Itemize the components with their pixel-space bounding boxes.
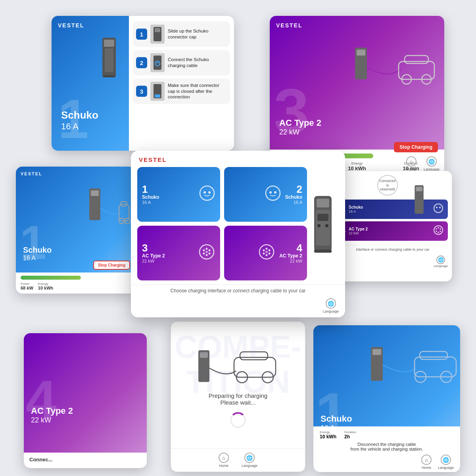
connector-title-top-right: AC Type 2: [279, 118, 321, 128]
svg-point-36: [206, 254, 208, 256]
schuko-icon-1: [199, 185, 215, 204]
center-body: 1 Schuko 16 A: [131, 167, 345, 284]
mini-energy-label: Energy: [38, 282, 54, 286]
home-icon-pair-top-right[interactable]: ⌂ Home: [406, 156, 416, 171]
svg-point-43: [269, 252, 271, 254]
mini-power-label: Power: [21, 282, 33, 286]
svg-point-40: [263, 249, 265, 251]
reserved-text: Connector is reserved!: [378, 177, 397, 193]
step-text-2: Connect the Schuko charging cable: [168, 57, 227, 69]
charger-illustration-mid-right: [412, 183, 452, 230]
svg-point-64: [438, 232, 439, 233]
steps-panel: 1 Slide up the Schuko connector cap 2: [129, 16, 234, 151]
connector-tile-3[interactable]: 3 AC Type 2 22 kW: [137, 226, 220, 280]
tile-info-1: Schuko 16 A: [142, 194, 159, 205]
svg-rect-15: [405, 56, 428, 63]
mini-stat-energy: Energy 10 kWh: [38, 282, 54, 290]
disconnect-text: Disconnect the charging cable from the v…: [320, 442, 454, 451]
mini-energy-value: 10 kWh: [38, 286, 54, 290]
mini-stats-mid-left: Power 68 kW Energy 10 kWh: [21, 282, 130, 290]
mini-tile-info-4: AC Type 2 22 kW: [349, 227, 368, 235]
home-icon-top-right: ⌂: [406, 156, 416, 167]
charger-car-top-right: [353, 40, 440, 91]
svg-rect-2: [105, 48, 113, 72]
brand-top-right: VESTEL: [276, 22, 302, 29]
charger-illustration-top-left: [99, 36, 131, 95]
tile-num-4: 4: [279, 243, 302, 253]
svg-point-41: [269, 249, 271, 251]
type2-icon-4: [258, 243, 275, 263]
home-pair-bot-center[interactable]: ⌂ Home: [219, 453, 229, 468]
connect-panel-bot-left: Connec...: [24, 453, 147, 468]
home-label-bot-right: Home: [422, 466, 431, 470]
card-center: VESTEL 1 Schuko 16 A: [131, 151, 345, 317]
home-icon-bot-right: ⌂: [421, 455, 432, 465]
svg-point-37: [205, 251, 208, 253]
connector-tile-2[interactable]: 2 Schuko 16 A: [224, 167, 307, 222]
bot-duration-value: 2h: [344, 434, 356, 440]
loading-spinner: [230, 412, 246, 428]
bot-right-status: Energy 10 kWh Duration 2h Disconnect the…: [313, 426, 460, 472]
connector-title-bot-right: Schuko: [321, 414, 352, 424]
svg-point-32: [203, 249, 205, 251]
step-badge-2: 2: [136, 57, 147, 68]
center-header: VESTEL: [131, 151, 345, 167]
language-label-mid-right: Language: [434, 264, 448, 268]
connector-power-top-right: 22 kW: [279, 128, 321, 136]
svg-rect-54: [416, 187, 422, 191]
step-row-1: 1 Slide up the Schuko connector cap: [133, 21, 230, 47]
step-img-2: [150, 53, 165, 72]
svg-rect-73: [415, 357, 456, 377]
bot-energy-label: Energy: [320, 430, 336, 434]
step-text-3: Make sure that connector cap is closed a…: [168, 83, 227, 100]
svg-rect-49: [314, 250, 332, 253]
mini-status-panel-mid-left: Power 68 kW Energy 10 kWh: [16, 273, 135, 294]
home-pair-bot-right[interactable]: ⌂ Home: [421, 455, 432, 470]
language-label-center: Language: [323, 309, 339, 313]
mid-right-lang: 🌐 Language: [334, 254, 452, 271]
bot-right-stats: Energy 10 kWh Duration 2h: [320, 430, 454, 440]
card-bot-center: COMPE-TITION Preparing for charging Plea…: [171, 321, 305, 472]
svg-point-33: [209, 249, 211, 251]
language-icon-top-right: 🌐: [426, 156, 437, 167]
svg-point-42: [263, 252, 265, 254]
svg-rect-67: [234, 357, 276, 377]
svg-rect-13: [357, 50, 365, 56]
bot-duration-label: Duration: [344, 430, 356, 434]
language-icon-pair-top-right[interactable]: 🌐 Language: [424, 156, 440, 171]
connector-tile-1[interactable]: 1 Schuko 16 A: [137, 167, 220, 222]
language-pair-center[interactable]: 🌐 Language: [323, 298, 339, 313]
bottom-icons-top-right: ⌂ Home 🌐 Language: [406, 156, 440, 171]
svg-point-9: [158, 62, 159, 63]
tile-num-2: 2: [285, 184, 302, 194]
mini-power-value: 68 kW: [21, 286, 33, 290]
language-pair-bot-right[interactable]: 🌐 Language: [438, 455, 454, 470]
step-row-2: 2 Connect the Schuko charging cable: [133, 50, 230, 75]
language-pair-bot-center[interactable]: 🌐 Language: [242, 453, 257, 468]
svg-point-29: [274, 191, 276, 194]
bot-center-body: COMPE-TITION Preparing for charging Plea…: [171, 322, 305, 448]
svg-point-25: [203, 191, 206, 194]
tile-info-4: AC Type 2 22 kW: [279, 253, 302, 263]
svg-point-26: [208, 191, 211, 194]
brand-top-left: VESTEL: [58, 22, 84, 29]
step-row-3: 3 Make sure that connector cap is closed…: [133, 79, 230, 104]
svg-point-44: [266, 254, 268, 256]
preparing-text: Preparing for charging Please wait...: [209, 392, 267, 406]
svg-rect-11: [155, 94, 160, 98]
stop-charging-button-top-right[interactable]: Stop Charging: [394, 142, 438, 152]
language-pair-mid-right[interactable]: 🌐 Language: [434, 255, 448, 268]
home-icon-bot-center: ⌂: [219, 453, 229, 463]
connector-title-top-left: Schuko: [61, 109, 98, 121]
bot-stat-energy: Energy 10 kWh: [320, 430, 336, 440]
connector-tile-4[interactable]: 4 AC Type 2 22 kW: [224, 226, 307, 280]
center-footer: Choose charging interface or connect cha…: [131, 284, 345, 296]
card-top-left: VESTEL 1 Schuko 16 A 1: [52, 16, 234, 151]
preparing-car-illustration: [194, 342, 282, 386]
svg-rect-6: [154, 56, 161, 70]
svg-point-27: [266, 186, 280, 200]
schuko-icon-2: [265, 185, 281, 204]
tile-info-3: AC Type 2 22 kW: [142, 253, 165, 263]
language-label-bot-right: Language: [438, 466, 454, 470]
stop-charging-button-mid-left[interactable]: Stop Charging: [93, 261, 130, 270]
